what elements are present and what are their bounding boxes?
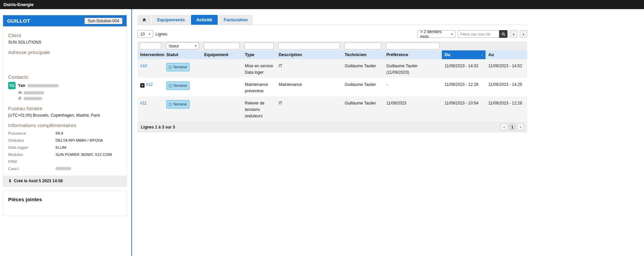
prev-page-button[interactable]: ‹ <box>501 123 508 131</box>
filter-type-input[interactable] <box>244 43 274 49</box>
col-technicien[interactable]: Technicien <box>342 50 384 59</box>
contact-email-redacted[interactable] <box>24 91 44 94</box>
col-au[interactable]: Au <box>486 50 527 59</box>
table-row: +#12 Terminé Maintenance préventive Main… <box>137 78 527 96</box>
search-input[interactable] <box>458 30 499 38</box>
period-filter-select[interactable]: > 2 derniers mois ▾ <box>417 30 455 38</box>
cell-type: Mise en service Data loger <box>242 59 276 78</box>
home-icon <box>142 18 147 22</box>
cell-type: Maintenance préventive <box>242 78 276 96</box>
table-footer: Lignes 1 à 3 sur 3 ‹ 1 › <box>137 121 527 133</box>
info-section-title: Informations complémentaires <box>8 122 122 128</box>
tab-facturation[interactable]: Facturation <box>218 15 253 25</box>
filter-preference-input[interactable] <box>386 43 439 49</box>
info-label: Data logger <box>8 145 56 149</box>
col-equipement[interactable]: Equipement <box>201 50 242 59</box>
cell-au: 11/09/2023 - 12:28 <box>486 96 527 121</box>
info-label: PRM <box>8 160 56 164</box>
intervention-link[interactable]: #11 <box>140 101 147 106</box>
chevron-down-icon: ▾ <box>451 32 453 36</box>
tab-activite[interactable]: Activité <box>191 15 218 25</box>
tab-equipements[interactable]: Equipements <box>152 15 190 25</box>
contact-email-line: ✉ <box>18 90 122 95</box>
page-number-button[interactable]: 1 <box>509 123 516 131</box>
cell-description: IT <box>276 96 342 121</box>
info-row: Card-I <box>8 167 122 171</box>
cell-type: Relever de tensions onduleurs <box>242 96 276 121</box>
table-row: #11 Terminé Relever de tensions onduleur… <box>137 96 527 121</box>
cell-preference: 11/09/2023 <box>384 96 442 121</box>
table-body: #10 Terminé Mise en service Data loger I… <box>137 59 527 121</box>
phone-icon: ✆ <box>18 96 22 101</box>
filter-intervention-input[interactable] <box>140 43 161 49</box>
period-filter-value: > 2 derniers mois <box>420 29 448 39</box>
info-label: Onduleur <box>8 138 56 142</box>
expand-row-icon[interactable]: + <box>140 83 145 88</box>
table-row: #10 Terminé Mise en service Data loger I… <box>137 59 527 78</box>
search-icon <box>501 32 506 36</box>
col-du-label: Du <box>445 52 450 57</box>
column-filter-row: Statut ▾ <box>137 41 527 50</box>
main-content: Equipements Activité Facturation 10 ▾ Li… <box>137 15 527 133</box>
next-page-button[interactable]: › <box>517 123 524 131</box>
status-square-icon <box>169 103 172 106</box>
sidebar: GUILLOT Sun-Solution-004 Client SUN SOLU… <box>3 15 127 216</box>
keyword-search <box>458 30 508 38</box>
next-page-button[interactable]: › <box>520 30 527 38</box>
col-preference[interactable]: Préférence <box>384 50 442 59</box>
cell-du: 11/09/2023 - 14:32 <box>442 59 486 78</box>
sort-asc-icon: ↑ <box>481 53 483 57</box>
cell-au: 11/09/2023 - 14:25 <box>486 78 527 96</box>
info-row: Modules SUN POWER 360WC X22 COM <box>8 153 122 157</box>
status-badge: Terminé <box>166 82 190 90</box>
attachments-card: Pièces jointes <box>3 191 127 216</box>
col-type[interactable]: Type <box>242 50 276 59</box>
info-value: SUN POWER 360WC X22 COM <box>56 153 112 157</box>
solution-ref-badge: Sun-Solution-004 <box>84 18 123 24</box>
intervention-link[interactable]: #12 <box>146 82 153 87</box>
created-strip: Créé le Août 5 2023 14:56 <box>3 176 127 186</box>
col-du-sorted[interactable]: Du ↑ <box>442 50 486 59</box>
info-row: Onduleur DELTA RPI M88H / RPI20A <box>8 138 122 142</box>
table-header-row: Intervention Statut Equipement Type Desc… <box>137 50 527 59</box>
timezone-value: (UTC+01:00) Brussels, Copenhagen, Madrid… <box>8 113 122 118</box>
cell-du: 11/09/2023 - 12:28 <box>442 78 486 96</box>
col-description[interactable]: Description <box>276 50 342 59</box>
col-statut[interactable]: Statut <box>164 50 201 59</box>
status-label: Terminé <box>173 101 187 108</box>
cell-description: Maintenance <box>276 78 342 96</box>
rows-summary: Lignes 1 à 3 sur 3 <box>141 125 175 130</box>
address-redacted-area <box>8 55 122 73</box>
contact-phone-redacted[interactable] <box>24 97 42 100</box>
info-row: PRM <box>8 160 122 164</box>
status-square-icon <box>169 66 172 69</box>
client-value: SUN SOLUTIONS <box>8 40 122 45</box>
filter-equipement-input[interactable] <box>204 43 240 49</box>
status-label: Terminé <box>173 64 187 70</box>
status-badge: Terminé <box>166 63 190 71</box>
intervention-link[interactable]: #10 <box>140 64 147 68</box>
cell-technicien: Guillaume Taulier <box>342 59 384 78</box>
filter-statut-select[interactable]: Statut ▾ <box>166 42 199 49</box>
client-card: GUILLOT Sun-Solution-004 Client SUN SOLU… <box>3 15 127 187</box>
filter-technicien-input[interactable] <box>344 43 381 49</box>
page-size-select[interactable]: 10 ▾ <box>137 30 153 38</box>
search-button[interactable] <box>499 30 508 38</box>
app-title: Osiris-Energie <box>3 2 34 7</box>
info-value: DELTA RPI M88H / RPI20A <box>56 138 103 142</box>
filter-description-input[interactable] <box>278 43 340 49</box>
tab-home[interactable] <box>137 15 151 25</box>
client-card-header: GUILLOT Sun-Solution-004 <box>3 15 127 26</box>
prev-page-button[interactable]: ‹ <box>510 30 517 38</box>
cell-du: 11/09/2023 - 10:54 <box>442 96 486 121</box>
cell-technicien: Guillaume Taulier <box>342 96 384 121</box>
page-size-value: 10 <box>140 32 145 37</box>
cell-equipement <box>201 96 242 121</box>
filter-statut-value: Statut <box>169 44 179 48</box>
timezone-section-title: Fuseau horaire <box>8 106 122 111</box>
cell-au: 11/09/2023 - 14:52 <box>486 59 527 78</box>
contact-name-redacted <box>27 84 59 87</box>
created-text: Créé le Août 5 2023 14:56 <box>14 179 63 183</box>
col-intervention[interactable]: Intervention <box>137 50 164 59</box>
table-toolbar: 10 ▾ Lignes > 2 derniers mois ▾ ‹ › <box>137 30 527 38</box>
